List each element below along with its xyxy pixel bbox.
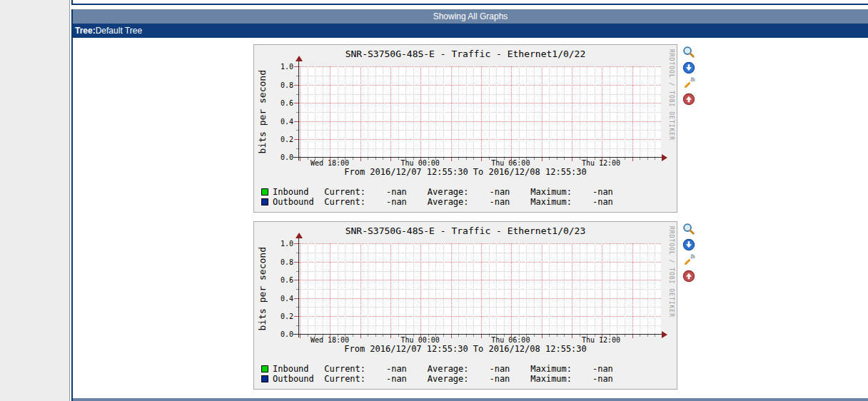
axis-tick <box>610 335 610 337</box>
gridline <box>632 243 633 334</box>
y-tick-label: 0.2 <box>254 136 293 143</box>
gridline <box>330 243 330 334</box>
gridline <box>330 66 330 157</box>
magnifier-icon[interactable] <box>682 46 695 59</box>
gridline <box>308 66 308 157</box>
legend-row: Outbound Current: -nan Average: -nan Max… <box>261 375 613 383</box>
y-tick-label: 0.0 <box>254 153 293 161</box>
gridline <box>595 243 595 334</box>
y-axis-line <box>298 61 299 161</box>
plot-area <box>298 66 661 157</box>
gridline <box>323 243 323 334</box>
axis-tick <box>526 335 527 337</box>
axis-tick <box>595 158 595 160</box>
wrench-icon[interactable] <box>682 77 695 90</box>
axis-tick <box>504 335 505 337</box>
axis-tick <box>413 158 414 160</box>
y-tick-label: 0.8 <box>254 258 293 265</box>
gridline <box>557 243 557 334</box>
axis-tick <box>549 335 550 337</box>
axis-tick <box>398 158 399 160</box>
legend-row: Inbound Current: -nan Average: -nan Maxi… <box>261 365 613 373</box>
legend-text: Inbound Current: -nan Average: -nan Maxi… <box>273 364 613 374</box>
gridline <box>640 243 640 334</box>
axis-tick <box>383 335 383 337</box>
gridline <box>443 66 444 157</box>
gridline <box>420 243 421 334</box>
axis-tick <box>595 335 595 337</box>
axis-tick <box>345 158 345 160</box>
axis-tick <box>640 158 640 160</box>
gridline <box>353 66 353 157</box>
wrench-icon[interactable] <box>682 254 695 267</box>
content-frame: Showing All Graphs Tree:Default Tree SNR… <box>69 0 868 401</box>
time-range-label: From 2016/12/07 12:55:30 To 2016/12/08 1… <box>254 344 677 354</box>
up-arrow-circle-icon[interactable] <box>682 270 695 283</box>
axis-tick <box>542 335 542 338</box>
axis-tick <box>435 158 436 160</box>
axis-tick <box>640 335 640 337</box>
axis-tick <box>466 158 467 160</box>
axis-tick <box>360 335 361 338</box>
gridline <box>428 243 429 334</box>
graph-actions <box>682 44 695 108</box>
axis-tick <box>602 158 602 161</box>
down-arrow-circle-icon[interactable] <box>682 238 695 251</box>
gridline <box>647 66 648 157</box>
axis-tick <box>489 158 490 160</box>
gridline <box>511 243 512 334</box>
axis-tick <box>398 335 399 337</box>
axis-tick <box>428 335 429 337</box>
axis-tick <box>572 158 572 161</box>
gridline <box>610 66 610 157</box>
legend-color-swatch <box>261 198 268 205</box>
axis-tick <box>617 158 617 160</box>
cacti-graph-view-page: Showing All Graphs Tree:Default Tree SNR… <box>0 0 868 401</box>
gridline <box>496 66 497 157</box>
axis-tick <box>625 335 625 337</box>
axis-tick <box>405 335 406 337</box>
axis-tick <box>572 335 572 338</box>
graph-actions <box>682 221 695 285</box>
gridline <box>308 243 308 334</box>
gridline <box>405 66 406 157</box>
gridline <box>580 66 580 157</box>
gridline <box>572 66 572 157</box>
axis-tick <box>300 158 301 161</box>
up-arrow-circle-icon[interactable] <box>682 93 695 106</box>
magnifier-icon[interactable] <box>682 223 695 235</box>
axis-tick <box>458 335 459 337</box>
axis-tick <box>375 158 376 160</box>
gridline <box>323 66 323 157</box>
showing-all-graphs-bar: Showing All Graphs <box>71 9 868 24</box>
gridline <box>587 243 587 334</box>
gridline <box>435 243 436 334</box>
axis-tick <box>473 158 474 160</box>
axis-tick <box>345 335 345 337</box>
axis-tick <box>549 158 550 160</box>
gridline <box>413 66 414 157</box>
down-arrow-circle-icon[interactable] <box>682 61 695 74</box>
gridline <box>435 66 436 157</box>
gridline <box>534 66 535 157</box>
gridline <box>534 243 535 334</box>
axis-tick <box>308 158 308 160</box>
gridline <box>655 66 655 157</box>
axis-tick <box>315 335 316 337</box>
axis-tick <box>368 158 368 160</box>
axis-tick <box>420 158 421 161</box>
axis-tick <box>655 335 655 337</box>
gridline <box>557 66 557 157</box>
y-axis-arrow-icon <box>296 233 303 238</box>
axis-tick <box>511 335 512 338</box>
graph-image[interactable]: SNR-S3750G-48S-E - Traffic - Ethernet1/0… <box>253 221 677 390</box>
rrdtool-watermark: RRDTOOL / TOBI OETIKER <box>668 226 675 318</box>
gridline <box>519 243 520 334</box>
gridline <box>338 243 338 334</box>
axis-tick <box>580 335 580 337</box>
axis-tick <box>632 158 633 161</box>
graph-image[interactable]: SNR-S3750G-48S-E - Traffic - Ethernet1/0… <box>253 44 677 213</box>
axis-tick <box>534 158 535 160</box>
axis-tick <box>451 158 452 161</box>
axis-tick <box>526 158 527 160</box>
